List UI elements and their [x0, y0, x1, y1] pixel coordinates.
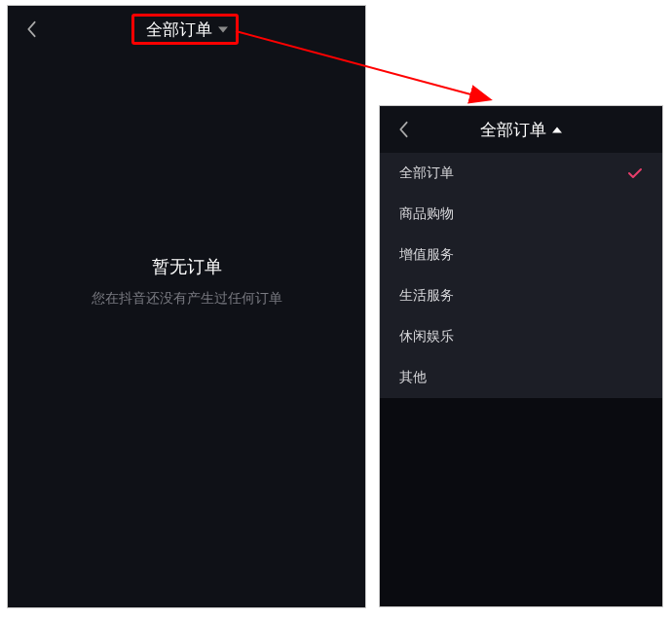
empty-title: 暂无订单 [152, 255, 222, 278]
dropdown-item[interactable]: 其他 [380, 357, 662, 398]
dropdown-list: 全部订单商品购物增值服务生活服务休闲娱乐其他 [380, 153, 662, 398]
chevron-down-icon [218, 26, 228, 32]
back-button[interactable] [21, 19, 41, 39]
dropdown-item-label: 其他 [399, 369, 427, 386]
dropdown-item-label: 全部订单 [399, 164, 454, 182]
page-title: 全部订单 [480, 119, 546, 141]
screen-orders-empty: 全部订单 暂无订单 您在抖音还没有产生过任何订单 [7, 5, 366, 608]
chevron-left-icon [25, 20, 37, 38]
title-dropdown-trigger[interactable]: 全部订单 [146, 18, 228, 41]
dropdown-item-label: 休闲娱乐 [399, 328, 454, 346]
title-dropdown-trigger[interactable]: 全部订单 [480, 119, 562, 141]
screen-background [380, 398, 662, 606]
dropdown-item[interactable]: 商品购物 [380, 194, 662, 235]
header: 全部订单 [8, 6, 365, 53]
dropdown-item[interactable]: 休闲娱乐 [380, 316, 662, 357]
dropdown-item-label: 商品购物 [399, 205, 454, 223]
page-title: 全部订单 [146, 18, 212, 41]
dropdown-item-label: 生活服务 [399, 287, 454, 305]
empty-subtitle: 您在抖音还没有产生过任何订单 [92, 290, 282, 308]
chevron-left-icon [397, 121, 409, 138]
dropdown-item[interactable]: 生活服务 [380, 275, 662, 316]
dropdown-item-label: 增值服务 [399, 246, 454, 264]
chevron-up-icon [552, 127, 562, 132]
screen-orders-dropdown: 全部订单 全部订单商品购物增值服务生活服务休闲娱乐其他 [379, 105, 663, 607]
back-button[interactable] [393, 120, 413, 139]
empty-state: 暂无订单 您在抖音还没有产生过任何订单 [8, 255, 365, 308]
dropdown-item[interactable]: 增值服务 [380, 235, 662, 275]
dropdown-item[interactable]: 全部订单 [380, 153, 662, 194]
check-icon [627, 167, 643, 179]
header: 全部订单 [380, 106, 662, 153]
